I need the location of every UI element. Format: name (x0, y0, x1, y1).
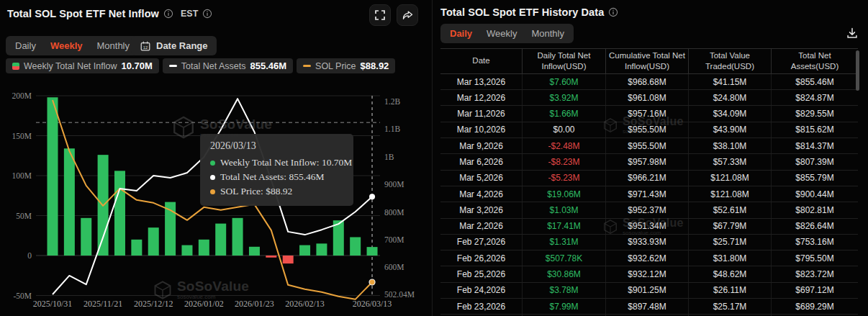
cell-inflow: $1.66M (523, 106, 606, 121)
tooltip-series-dot (210, 161, 215, 166)
inflow-bar[interactable] (283, 256, 294, 263)
inflow-bar[interactable] (148, 227, 159, 256)
cell-traded: $57.33M (689, 154, 772, 169)
tab-weekly[interactable]: Weekly (43, 36, 90, 55)
inflow-bar[interactable] (215, 224, 226, 256)
date-range-button[interactable]: 12 Date Range (131, 36, 217, 55)
cell-traded: $31.80M (689, 250, 772, 266)
inflow-bar[interactable] (299, 245, 310, 256)
net-inflow-chart-panel: Total SOL Spot ETF Net Inflow EST DailyW… (0, 0, 432, 316)
table-row: Feb 24,2026$3.78M$901.25M$26.11M$697.12M (440, 283, 858, 299)
history-data-panel: Total SOL Spot ETF History Data DailyWee… (433, 0, 868, 316)
inflow-bar[interactable] (350, 237, 361, 256)
inflow-bar[interactable] (199, 240, 209, 256)
table-scrollbar-thumb[interactable] (856, 50, 859, 91)
cell-date: Mar 9,2026 (440, 138, 523, 153)
x-axis-tick: 2025/11/21 (83, 299, 122, 309)
inflow-bar[interactable] (81, 218, 91, 256)
cell-cumulative: $932.62M (606, 250, 689, 266)
tooltip-date: 2026/03/13 (210, 140, 343, 152)
legend-label: SOL Price (315, 61, 356, 71)
inflow-bar[interactable] (114, 171, 125, 256)
table-panel-title: Total SOL Spot ETF History Data (440, 6, 604, 18)
inflow-bar[interactable] (48, 97, 58, 256)
cell-cumulative: $901.25M (606, 283, 689, 298)
cell-date: Mar 11,2026 (440, 106, 523, 121)
inflow-bar[interactable] (64, 148, 75, 256)
cell-inflow: $30.86M (523, 266, 606, 281)
column-header: Total Net Assets(USD) (772, 49, 858, 73)
cell-assets: $855.79M (772, 171, 858, 186)
cell-date: Mar 12,2026 (440, 90, 523, 105)
tab-daily[interactable]: Daily (8, 36, 43, 55)
cell-date: Feb 24,2026 (440, 283, 523, 298)
cell-inflow: $3.92M (523, 90, 606, 105)
cell-inflow: -$2.48M (523, 138, 606, 153)
table-period-tabs: DailyWeeklyMonthly (440, 24, 574, 43)
right-axis-tick: 600M (384, 263, 404, 271)
cell-date: Feb 27,2026 (440, 235, 523, 250)
table-body: Mar 13,2026$7.60M$968.68M$41.15M$855.46M… (440, 74, 858, 316)
history-table: DateDaily Total Net Inflow(USD)Cumulativ… (440, 48, 858, 316)
cell-inflow: -$5.23M (523, 171, 606, 186)
fullscreen-button[interactable] (369, 4, 391, 26)
cell-date: Mar 2,2026 (440, 219, 523, 234)
cell-traded: $48.62M (689, 266, 772, 281)
table-row: Feb 27,2026$1.31M$933.93M$25.71M$753.16M (440, 235, 858, 250)
inflow-bar[interactable] (249, 247, 260, 256)
table-row: Feb 26,2026$507.78K$932.62M$31.80M$795.5… (440, 250, 858, 266)
right-axis-tick: 1.2B (384, 97, 400, 106)
table-row: Feb 25,2026$30.86M$932.12M$48.62M$823.72… (440, 266, 858, 282)
tab-daily[interactable]: Daily (443, 24, 479, 43)
cell-assets: $807.39M (772, 154, 858, 169)
table-row: Mar 11,2026$1.66M$957.16M$34.09M$829.55M (440, 106, 858, 122)
cell-cumulative: $971.43M (606, 186, 689, 202)
x-axis-tick: 2026/03/13 (353, 299, 392, 309)
download-button[interactable] (843, 24, 862, 42)
cell-traded: $26.11M (689, 283, 772, 298)
download-icon (845, 26, 859, 40)
legend-item-2[interactable]: SOL Price$88.92 (297, 58, 395, 73)
legend-item-1[interactable]: Total Net Assets855.46M (163, 58, 293, 73)
legend-item-0[interactable]: Weekly Total Net Inflow10.70M (6, 58, 159, 73)
tab-monthly[interactable]: Monthly (89, 36, 137, 55)
x-axis-tick: 2025/12/12 (134, 299, 173, 309)
legend-value: 10.70M (121, 60, 152, 71)
column-header: Total Value Traded(USD) (689, 49, 772, 73)
fullscreen-icon (374, 9, 386, 21)
table-row: Mar 6,2026-$8.23M$957.98M$57.33M$807.39M (440, 154, 858, 170)
inflow-bar[interactable] (266, 256, 276, 258)
table-row: Mar 4,2026$19.06M$971.43M$121.08M$900.44… (440, 186, 858, 202)
cell-date: Mar 10,2026 (440, 122, 523, 137)
left-axis-tick: -50M (13, 292, 32, 300)
inflow-bar[interactable] (316, 243, 327, 256)
cell-date: Feb 23,2026 (440, 299, 523, 314)
inflow-bar[interactable] (232, 218, 243, 256)
left-axis-tick: 0 (27, 251, 32, 260)
svg-text:12: 12 (143, 45, 148, 49)
info-icon[interactable] (163, 9, 173, 19)
timezone-label: EST (181, 9, 198, 19)
cell-inflow: $1.03M (523, 202, 606, 217)
tooltip-row: Weekly Total Net Inflow: 10.70M (210, 155, 343, 170)
info-icon[interactable] (608, 7, 618, 17)
inflow-bar[interactable] (367, 247, 378, 256)
cell-cumulative: $952.37M (606, 202, 689, 217)
cell-traded: $34.09M (689, 106, 772, 121)
right-axis-tick: 700M (384, 235, 404, 244)
tab-weekly[interactable]: Weekly (479, 24, 524, 43)
info-icon[interactable] (202, 9, 212, 19)
share-button[interactable] (397, 4, 418, 26)
table-row: Mar 10,2026$0.00$955.50M$43.90M$815.62M (440, 122, 858, 138)
column-header: Cumulative Total Net Inflow(USD) (606, 49, 689, 73)
right-axis-tick: 800M (384, 208, 404, 217)
net-assets-endpoint-dot (369, 194, 375, 199)
table-row: Mar 5,2026-$5.23M$966.21M$121.08M$855.79… (440, 171, 858, 186)
cell-cumulative: $966.21M (606, 171, 689, 186)
legend-label: Weekly Total Net Inflow (24, 61, 117, 71)
share-icon (401, 9, 414, 22)
inflow-bar[interactable] (181, 245, 192, 256)
table-row: Mar 13,2026$7.60M$968.68M$41.15M$855.46M (440, 74, 858, 90)
tab-monthly[interactable]: Monthly (524, 24, 571, 43)
inflow-bar[interactable] (131, 240, 142, 256)
